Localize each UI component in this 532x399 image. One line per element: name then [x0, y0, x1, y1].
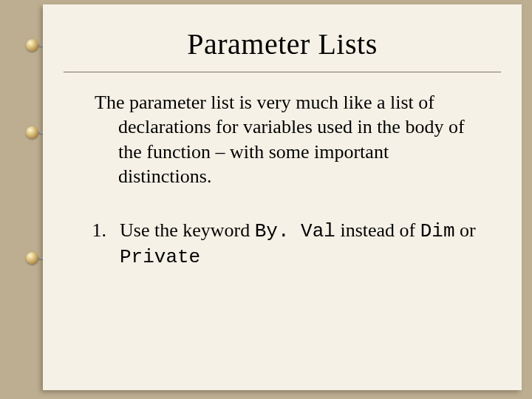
intro-text: The parameter list is very much like a l… — [71, 90, 477, 188]
text-segment: or — [455, 219, 476, 241]
text-segment: Use the keyword — [120, 219, 255, 241]
slide: Parameter Lists The parameter list is ve… — [0, 0, 532, 399]
text-segment: instead of — [335, 219, 420, 241]
keyword-dim: Dim — [420, 220, 455, 242]
slide-paper: Parameter Lists The parameter list is ve… — [43, 4, 522, 390]
slide-title: Parameter Lists — [43, 27, 522, 61]
list-item-1: 1. Use the keyword By. Val instead of Di… — [71, 218, 477, 270]
intro-paragraph: The parameter list is very much like a l… — [71, 90, 477, 188]
keyword-private: Private — [120, 246, 200, 268]
keyword-byval: By. Val — [255, 220, 335, 242]
list-body: Use the keyword By. Val instead of Dim o… — [120, 218, 477, 270]
list-number: 1. — [71, 218, 120, 270]
slide-body: The parameter list is very much like a l… — [43, 72, 522, 270]
